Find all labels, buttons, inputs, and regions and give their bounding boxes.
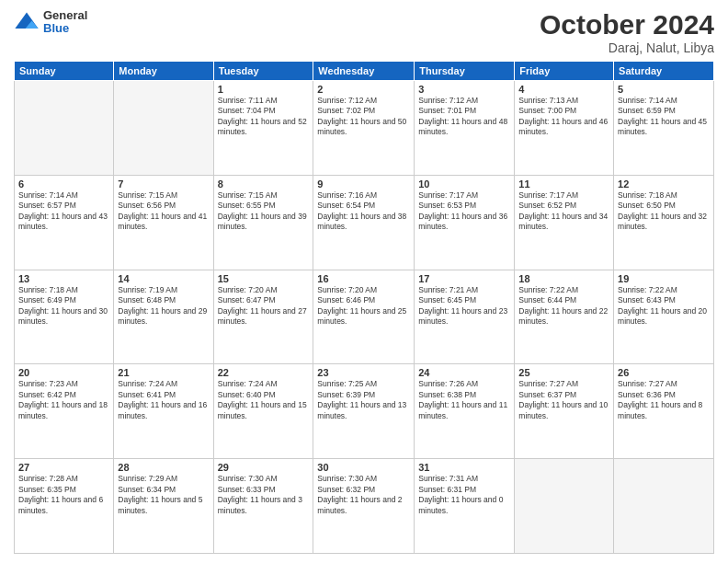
day-info: Sunrise: 7:14 AMSunset: 6:59 PMDaylight:… bbox=[618, 96, 710, 138]
calendar-cell: 17Sunrise: 7:21 AMSunset: 6:45 PMDayligh… bbox=[415, 270, 515, 364]
calendar-cell: 4Sunrise: 7:13 AMSunset: 7:00 PMDaylight… bbox=[515, 81, 614, 176]
day-info: Sunrise: 7:30 AMSunset: 6:32 PMDaylight:… bbox=[317, 474, 410, 516]
day-number: 19 bbox=[618, 273, 710, 284]
day-number: 2 bbox=[317, 84, 410, 95]
calendar-cell: 11Sunrise: 7:17 AMSunset: 6:52 PMDayligh… bbox=[515, 175, 614, 270]
logo-line2: Blue bbox=[43, 22, 87, 35]
calendar-cell: 27Sunrise: 7:28 AMSunset: 6:35 PMDayligh… bbox=[15, 459, 114, 554]
calendar-cell: 15Sunrise: 7:20 AMSunset: 6:47 PMDayligh… bbox=[213, 270, 313, 364]
day-number: 21 bbox=[118, 367, 209, 378]
day-number: 27 bbox=[18, 462, 109, 473]
day-number: 3 bbox=[418, 84, 510, 95]
day-info: Sunrise: 7:11 AMSunset: 7:04 PMDaylight:… bbox=[218, 96, 310, 138]
day-info: Sunrise: 7:30 AMSunset: 6:33 PMDaylight:… bbox=[218, 474, 310, 516]
calendar-week-row: 6Sunrise: 7:14 AMSunset: 6:57 PMDaylight… bbox=[15, 175, 714, 270]
day-number: 29 bbox=[218, 462, 310, 473]
calendar-week-row: 13Sunrise: 7:18 AMSunset: 6:49 PMDayligh… bbox=[15, 270, 714, 364]
calendar-cell: 3Sunrise: 7:12 AMSunset: 7:01 PMDaylight… bbox=[415, 81, 515, 176]
calendar-cell: 24Sunrise: 7:26 AMSunset: 6:38 PMDayligh… bbox=[415, 364, 515, 459]
calendar-cell: 31Sunrise: 7:31 AMSunset: 6:31 PMDayligh… bbox=[415, 459, 515, 554]
day-number: 10 bbox=[418, 178, 510, 190]
calendar-table: SundayMondayTuesdayWednesdayThursdayFrid… bbox=[14, 61, 714, 554]
day-info: Sunrise: 7:18 AMSunset: 6:50 PMDaylight:… bbox=[618, 190, 710, 233]
day-number: 9 bbox=[317, 178, 410, 190]
day-info: Sunrise: 7:22 AMSunset: 6:43 PMDaylight:… bbox=[618, 285, 710, 327]
calendar-cell: 21Sunrise: 7:24 AMSunset: 6:41 PMDayligh… bbox=[114, 364, 213, 459]
calendar-cell: 2Sunrise: 7:12 AMSunset: 7:02 PMDaylight… bbox=[313, 81, 415, 176]
weekday-header: Friday bbox=[515, 62, 614, 81]
calendar-cell: 20Sunrise: 7:23 AMSunset: 6:42 PMDayligh… bbox=[15, 364, 114, 459]
day-info: Sunrise: 7:16 AMSunset: 6:54 PMDaylight:… bbox=[317, 190, 410, 233]
day-info: Sunrise: 7:26 AMSunset: 6:38 PMDaylight:… bbox=[418, 379, 510, 421]
weekday-header: Saturday bbox=[614, 62, 714, 81]
day-number: 8 bbox=[218, 178, 310, 190]
day-info: Sunrise: 7:13 AMSunset: 7:00 PMDaylight:… bbox=[518, 96, 609, 138]
calendar-cell: 26Sunrise: 7:27 AMSunset: 6:36 PMDayligh… bbox=[614, 364, 714, 459]
day-info: Sunrise: 7:14 AMSunset: 6:57 PMDaylight:… bbox=[18, 190, 109, 233]
day-number: 23 bbox=[317, 367, 410, 378]
day-number: 15 bbox=[218, 273, 310, 284]
day-number: 5 bbox=[618, 84, 710, 95]
calendar-cell: 5Sunrise: 7:14 AMSunset: 6:59 PMDaylight… bbox=[614, 81, 714, 176]
day-info: Sunrise: 7:29 AMSunset: 6:34 PMDaylight:… bbox=[118, 474, 209, 516]
day-number: 4 bbox=[518, 84, 609, 95]
day-number: 30 bbox=[317, 462, 410, 473]
day-number: 7 bbox=[118, 178, 209, 190]
day-number: 11 bbox=[518, 178, 609, 190]
day-number: 26 bbox=[618, 367, 710, 378]
day-number: 22 bbox=[218, 367, 310, 378]
title-block: October 2024 Daraj, Nalut, Libya bbox=[540, 9, 714, 55]
calendar-week-row: 27Sunrise: 7:28 AMSunset: 6:35 PMDayligh… bbox=[15, 459, 714, 554]
day-info: Sunrise: 7:31 AMSunset: 6:31 PMDaylight:… bbox=[418, 474, 510, 516]
weekday-header: Sunday bbox=[15, 62, 114, 81]
calendar-cell bbox=[614, 459, 714, 554]
day-number: 16 bbox=[317, 273, 410, 284]
calendar-cell: 12Sunrise: 7:18 AMSunset: 6:50 PMDayligh… bbox=[614, 175, 714, 270]
calendar-cell bbox=[515, 459, 614, 554]
day-info: Sunrise: 7:21 AMSunset: 6:45 PMDaylight:… bbox=[418, 285, 510, 327]
day-info: Sunrise: 7:12 AMSunset: 7:02 PMDaylight:… bbox=[317, 96, 410, 138]
calendar-cell: 10Sunrise: 7:17 AMSunset: 6:53 PMDayligh… bbox=[415, 175, 515, 270]
day-number: 31 bbox=[418, 462, 510, 473]
weekday-header: Wednesday bbox=[313, 62, 415, 81]
day-info: Sunrise: 7:17 AMSunset: 6:53 PMDaylight:… bbox=[418, 190, 510, 233]
day-info: Sunrise: 7:15 AMSunset: 6:56 PMDaylight:… bbox=[118, 190, 209, 233]
day-info: Sunrise: 7:27 AMSunset: 6:36 PMDaylight:… bbox=[618, 379, 710, 421]
day-number: 25 bbox=[518, 367, 609, 378]
calendar-cell: 16Sunrise: 7:20 AMSunset: 6:46 PMDayligh… bbox=[313, 270, 415, 364]
day-number: 24 bbox=[418, 367, 510, 378]
day-info: Sunrise: 7:20 AMSunset: 6:46 PMDaylight:… bbox=[317, 285, 410, 327]
logo-text: General Blue bbox=[43, 9, 87, 36]
logo: General Blue bbox=[14, 9, 87, 36]
day-info: Sunrise: 7:27 AMSunset: 6:37 PMDaylight:… bbox=[518, 379, 609, 421]
calendar-cell: 23Sunrise: 7:25 AMSunset: 6:39 PMDayligh… bbox=[313, 364, 415, 459]
day-info: Sunrise: 7:19 AMSunset: 6:48 PMDaylight:… bbox=[118, 285, 209, 327]
calendar-cell bbox=[114, 81, 213, 176]
day-info: Sunrise: 7:12 AMSunset: 7:01 PMDaylight:… bbox=[418, 96, 510, 138]
calendar-cell: 29Sunrise: 7:30 AMSunset: 6:33 PMDayligh… bbox=[213, 459, 313, 554]
calendar-cell bbox=[15, 81, 114, 176]
calendar-cell: 8Sunrise: 7:15 AMSunset: 6:55 PMDaylight… bbox=[213, 175, 313, 270]
calendar-cell: 7Sunrise: 7:15 AMSunset: 6:56 PMDaylight… bbox=[114, 175, 213, 270]
day-info: Sunrise: 7:28 AMSunset: 6:35 PMDaylight:… bbox=[18, 474, 109, 516]
day-info: Sunrise: 7:17 AMSunset: 6:52 PMDaylight:… bbox=[518, 190, 609, 233]
day-number: 12 bbox=[618, 178, 710, 190]
day-info: Sunrise: 7:20 AMSunset: 6:47 PMDaylight:… bbox=[218, 285, 310, 327]
calendar-cell: 13Sunrise: 7:18 AMSunset: 6:49 PMDayligh… bbox=[15, 270, 114, 364]
day-number: 28 bbox=[118, 462, 209, 473]
day-info: Sunrise: 7:24 AMSunset: 6:41 PMDaylight:… bbox=[118, 379, 209, 421]
day-number: 18 bbox=[518, 273, 609, 284]
weekday-header: Monday bbox=[114, 62, 213, 81]
day-number: 20 bbox=[18, 367, 109, 378]
calendar-cell: 9Sunrise: 7:16 AMSunset: 6:54 PMDaylight… bbox=[313, 175, 415, 270]
day-number: 13 bbox=[18, 273, 109, 284]
calendar-header-row: SundayMondayTuesdayWednesdayThursdayFrid… bbox=[15, 62, 714, 81]
day-info: Sunrise: 7:22 AMSunset: 6:44 PMDaylight:… bbox=[518, 285, 609, 327]
day-number: 17 bbox=[418, 273, 510, 284]
day-number: 6 bbox=[18, 178, 109, 190]
weekday-header: Tuesday bbox=[213, 62, 313, 81]
calendar-week-row: 20Sunrise: 7:23 AMSunset: 6:42 PMDayligh… bbox=[15, 364, 714, 459]
calendar-cell: 25Sunrise: 7:27 AMSunset: 6:37 PMDayligh… bbox=[515, 364, 614, 459]
calendar-cell: 22Sunrise: 7:24 AMSunset: 6:40 PMDayligh… bbox=[213, 364, 313, 459]
month-title: October 2024 bbox=[540, 9, 714, 40]
